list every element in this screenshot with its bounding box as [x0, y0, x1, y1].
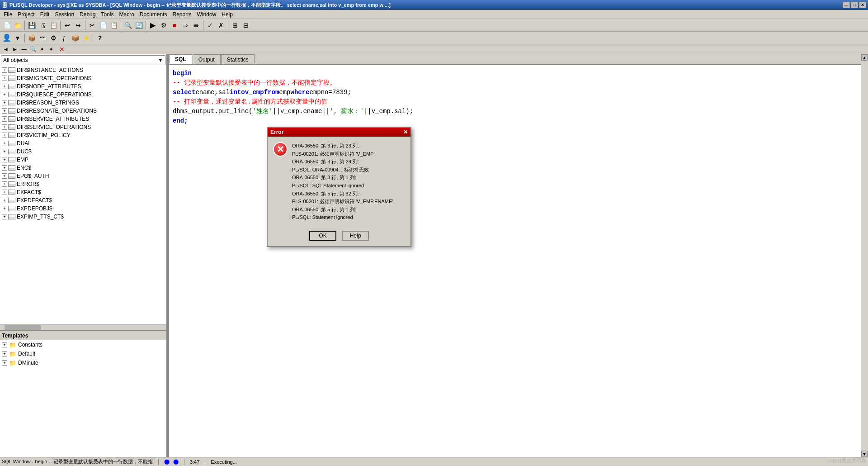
tb2-proc-btn[interactable]: ⚙ — [48, 33, 58, 43]
list-item[interactable]: + DIR$SERVICE_OPERATIONS — [0, 123, 166, 131]
minimize-button[interactable]: — — [843, 2, 850, 8]
menu-documents[interactable]: Documents — [137, 10, 170, 19]
list-item[interactable]: + DIR$SERVICE_ATTRIBUTES — [0, 115, 166, 123]
list-item[interactable]: + DIR$VICTIM_POLICY — [0, 131, 166, 139]
tab-output[interactable]: Output — [193, 54, 221, 64]
menu-debug[interactable]: Debug — [77, 10, 98, 19]
tb-cut-btn[interactable]: ✂ — [87, 20, 97, 30]
tb-step2-btn[interactable]: ⇛ — [191, 20, 201, 30]
menu-macro[interactable]: Macro — [116, 10, 137, 19]
menu-file[interactable]: File — [1, 10, 15, 19]
template-constants[interactable]: + 📁 Constants — [0, 340, 166, 349]
nav-forward-btn[interactable]: ► — [11, 45, 19, 53]
tb-new-btn[interactable]: 📄 — [2, 20, 12, 30]
tb-grid2-btn[interactable]: ⊟ — [241, 20, 251, 30]
error-msg-8: PLS-00201: 必须声明标识符 'V_EMP.ENAME' — [292, 198, 393, 206]
list-item[interactable]: + DUAL — [0, 139, 166, 147]
templates-list: + 📁 Constants + 📁 Default + 📁 DMinute — [0, 340, 166, 457]
tb2-obj2-btn[interactable]: 🗃 — [38, 33, 47, 43]
tb2-pkg-btn[interactable]: 📦 — [70, 33, 80, 43]
list-item[interactable]: + ERROR$ — [0, 180, 166, 188]
table-icon — [8, 198, 15, 203]
code-dbms: dbms_output.put_line( — [173, 107, 252, 116]
tb-redo-btn[interactable]: ↪ — [73, 20, 83, 30]
maximize-button[interactable]: □ — [851, 2, 858, 8]
tb-copy-btn[interactable]: 📄 — [98, 20, 108, 30]
nav-star1-btn[interactable]: ✦ — [38, 45, 46, 53]
tb-replace-btn[interactable]: 🔄 — [134, 20, 144, 30]
menu-tools[interactable]: Tools — [98, 10, 116, 19]
template-dminute-label: DMinute — [18, 360, 38, 366]
tb-stop-btn[interactable]: ■ — [170, 20, 179, 30]
nav-close-btn[interactable]: ✕ — [58, 45, 66, 53]
nav-minus-btn[interactable]: — — [20, 45, 28, 53]
table-icon — [8, 124, 15, 130]
error-close-btn[interactable]: ✕ — [403, 129, 408, 135]
right-scrollbar[interactable]: ▲ ▼ — [861, 54, 868, 457]
list-item[interactable]: + DIR$REASON_STRINGS — [0, 99, 166, 107]
expand-icon: + — [2, 190, 7, 195]
code-fields: ename,sal — [195, 88, 230, 97]
expand-icon: + — [2, 181, 7, 187]
tab-statistics[interactable]: Statistics — [221, 54, 255, 64]
list-item[interactable]: + DIR$MIGRATE_OPERATIONS — [0, 74, 166, 82]
list-item[interactable]: + EXPIMP_TTS_CT$ — [0, 213, 166, 221]
template-dminute[interactable]: + 📁 DMinute — [0, 358, 166, 367]
tb-save-btn[interactable]: 💾 — [27, 20, 37, 30]
list-item[interactable]: + EPG$_AUTH — [0, 172, 166, 180]
tb2-func-btn[interactable]: ƒ — [59, 33, 69, 43]
error-help-button[interactable]: Help — [342, 231, 369, 241]
code-editor[interactable]: begin -- 记录型变量默认接受表中的一行数据，不能指定字段。 select… — [169, 65, 861, 457]
menu-edit[interactable]: Edit — [38, 10, 52, 19]
list-item[interactable]: + EXPDEPOBJ$ — [0, 204, 166, 213]
code-line-1: begin — [173, 69, 857, 78]
kw-select: select — [173, 88, 195, 97]
object-dropdown[interactable]: All objects ▼ — [1, 55, 165, 65]
menu-session[interactable]: Session — [52, 10, 77, 19]
tb-print2-btn[interactable]: 📋 — [48, 20, 58, 30]
expand-icon: + — [2, 92, 7, 97]
list-item[interactable]: + DUC$ — [0, 147, 166, 156]
list-item[interactable]: + EMP — [0, 156, 166, 164]
tb-find-btn[interactable]: 🔍 — [123, 20, 133, 30]
h-scrollbar[interactable] — [0, 324, 166, 330]
tb-run2-btn[interactable]: ⚙ — [159, 20, 169, 30]
list-item[interactable]: + DIR$RESONATE_OPERATIONS — [0, 107, 166, 115]
menu-help[interactable]: Help — [219, 10, 236, 19]
list-item[interactable]: + DIR$INSTANCE_ACTIONS — [0, 66, 166, 74]
tb2-schema-btn[interactable]: 👤 — [2, 33, 12, 43]
tb2-drop-btn[interactable]: ▼ — [13, 33, 23, 43]
table-icon — [8, 181, 15, 187]
tb-open-btn[interactable]: 📁 — [13, 20, 23, 30]
tb-rollback-btn[interactable]: ✗ — [216, 20, 226, 30]
tb-paste-btn[interactable]: 📋 — [109, 20, 119, 30]
nav-find-btn[interactable]: 🔍 — [29, 45, 37, 53]
expand-icon: + — [2, 116, 7, 122]
nav-back-btn[interactable]: ◄ — [2, 45, 10, 53]
table-icon — [8, 84, 15, 89]
tb-undo-btn[interactable]: ↩ — [62, 20, 72, 30]
nav-star2-btn[interactable]: ✦ — [47, 45, 55, 53]
tb2-trig-btn[interactable]: ⚡ — [81, 33, 91, 43]
list-item[interactable]: + EXPACT$ — [0, 188, 166, 196]
list-item[interactable]: + DIR$QUIESCE_OPERATIONS — [0, 90, 166, 99]
tb2-help-btn[interactable]: ? — [95, 33, 105, 43]
close-button[interactable]: ✕ — [859, 2, 866, 8]
tb-print-btn[interactable]: 🖨 — [38, 20, 47, 30]
templates-title: Templates — [2, 333, 28, 339]
table-icon — [8, 100, 15, 105]
tb-commit-btn[interactable]: ✓ — [205, 20, 215, 30]
list-item[interactable]: + DIR$NODE_ATTRIBUTES — [0, 82, 166, 90]
menu-reports[interactable]: Reports — [170, 10, 194, 19]
menu-window[interactable]: Window — [194, 10, 219, 19]
template-default[interactable]: + 📁 Default — [0, 349, 166, 358]
tab-sql[interactable]: SQL — [169, 54, 192, 64]
menu-project[interactable]: Project — [15, 10, 37, 19]
tb-step-btn[interactable]: ⇒ — [180, 20, 190, 30]
tb2-obj-btn[interactable]: 📦 — [27, 33, 37, 43]
tb-grid-btn[interactable]: ⊞ — [230, 20, 240, 30]
error-ok-button[interactable]: OK — [309, 231, 336, 241]
list-item[interactable]: + EXPDEPACT$ — [0, 196, 166, 204]
list-item[interactable]: + ENC$ — [0, 164, 166, 172]
tb-run-btn[interactable]: ▶ — [148, 20, 158, 30]
